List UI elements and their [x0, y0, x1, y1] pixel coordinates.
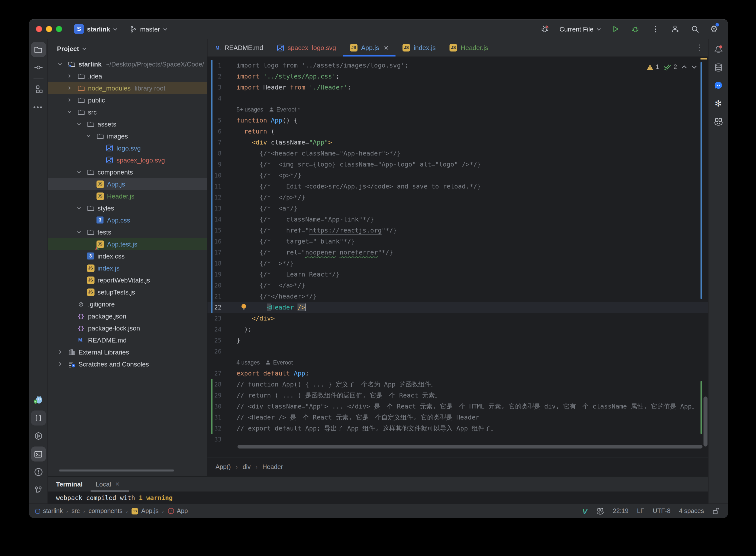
code-line-22[interactable]: 22 <Header /> [207, 302, 708, 313]
notifications-bell-icon[interactable] [711, 42, 726, 57]
code-line-20[interactable]: 20 {/* </a>*/} [207, 280, 708, 291]
code-line-18[interactable]: 18 {/* >*/} [207, 258, 708, 269]
project-panel-header[interactable]: Project [48, 39, 207, 58]
tree-row-spacex-logo-svg[interactable]: spacex_logo.svg [48, 154, 207, 166]
clock-widget[interactable]: 22:19 [613, 508, 628, 515]
terminal-panel-title[interactable]: Terminal [56, 480, 82, 488]
code-line-11[interactable]: 11 {/* Edit <code>src/App.js</code> and … [207, 181, 708, 192]
project-widget[interactable]: S starlink [74, 24, 118, 34]
chevron-down-icon[interactable] [68, 110, 71, 114]
chevron-right-icon[interactable] [58, 350, 62, 354]
code-line-1[interactable]: 1import logo from '../assets/images/logo… [207, 60, 708, 71]
chevron-down-icon[interactable] [77, 170, 81, 174]
horizontal-scrollbar-thumb[interactable] [238, 445, 702, 449]
code-line-15[interactable]: 15 {/* href="https://reactjs.org"*/} [207, 225, 708, 236]
tab-index-js[interactable]: JSindex.js [396, 39, 443, 57]
code-line-13[interactable]: 13 {/* <a*/} [207, 203, 708, 214]
code-viewport[interactable]: 1import logo from '../assets/images/logo… [207, 57, 708, 448]
code-line-9[interactable]: 9 {/* <img src={logo} className="App-log… [207, 159, 708, 170]
status-breadcrumb-item[interactable]: starlink [35, 508, 63, 515]
tree-row-images[interactable]: images [48, 130, 207, 142]
code-line-17[interactable]: 17 {/* rel="noopener noreferrer"*/} [207, 247, 708, 258]
inspections-widget[interactable]: 1 2 [644, 62, 700, 72]
chevron-down-icon[interactable] [87, 134, 91, 138]
git-branch-widget[interactable]: master [130, 25, 168, 33]
code-line-29[interactable]: 29// return ( ... ) 是函数组件的返回值, 它是一个 Reac… [207, 390, 708, 401]
code-line-12[interactable]: 12 {/* </p>*/} [207, 192, 708, 203]
code-line-28[interactable]: 28// function App() { ... } 定义了一个名为 App … [207, 379, 708, 390]
tree-row-app-test-js[interactable]: JSApp.test.js [48, 238, 207, 250]
status-breadcrumb-item[interactable]: fApp [167, 508, 188, 515]
chevron-right-icon[interactable] [58, 362, 62, 366]
close-tab-icon[interactable]: ✕ [384, 44, 389, 51]
lock-open-icon[interactable] [713, 508, 719, 515]
code-line-27[interactable]: 27export default App; [207, 368, 708, 379]
debug-button[interactable] [630, 24, 641, 35]
structure-tool-button[interactable] [31, 81, 46, 97]
code-line-24[interactable]: 24 ); [207, 324, 708, 335]
tree-row-tests[interactable]: tests [48, 226, 207, 238]
more-actions-icon[interactable]: ⋮ [650, 24, 661, 35]
code-line-32[interactable]: 32// export default App; 导出了 App 组件, 这样其… [207, 423, 708, 434]
chevron-right-icon[interactable] [68, 98, 71, 102]
code-line-26[interactable]: 26 [207, 346, 708, 357]
close-terminal-tab-icon[interactable]: ✕ [115, 481, 120, 487]
code-line-2[interactable]: 2import '../styles/App.css'; [207, 71, 708, 82]
tree-row-index-css[interactable]: 3index.css [48, 250, 207, 262]
services-tool-button[interactable] [31, 428, 46, 444]
code-line-8[interactable]: 8 {/*<header className="App-header">*/} [207, 148, 708, 159]
code-line-5[interactable]: 5function App() { [207, 115, 708, 126]
encoding-widget[interactable]: UTF-8 [653, 508, 671, 515]
code-line-7[interactable]: 7 <div className="App"> [207, 137, 708, 148]
next-problem-icon[interactable] [691, 65, 697, 69]
tree-row-scratches-and-consoles[interactable]: Scratches and Consoles [48, 358, 207, 370]
tree-row-external-libraries[interactable]: External Libraries [48, 346, 207, 358]
tree-row-node-modules[interactable]: node_moduleslibrary root [48, 82, 207, 94]
tree-row-public[interactable]: public [48, 94, 207, 106]
chevron-down-icon[interactable] [58, 62, 62, 66]
status-breadcrumb-item[interactable]: src [71, 508, 80, 515]
run-config-selector[interactable]: Current File [559, 25, 601, 33]
v-plugin-icon[interactable]: V [582, 507, 587, 515]
tab-readme-md[interactable]: M↓README.md [208, 39, 270, 57]
database-tool-button[interactable] [711, 60, 726, 75]
tree-row-styles[interactable]: styles [48, 202, 207, 214]
tab-spacex-logo-svg[interactable]: spacex_logo.svg [270, 39, 343, 57]
terminal-tool-button[interactable] [31, 447, 46, 461]
chevron-down-icon[interactable] [77, 122, 81, 126]
code-line-10[interactable]: 10 {/* <p>*/} [207, 170, 708, 181]
tab-app-js[interactable]: JSApp.js✕ [343, 39, 396, 57]
indent-widget[interactable]: 4 spaces [679, 508, 704, 515]
breadcrumb-item[interactable]: Header [263, 463, 283, 470]
tab-header-js[interactable]: JSHeader.js [443, 39, 495, 57]
search-icon[interactable] [690, 24, 701, 35]
tree-row-setuptests-js[interactable]: JSsetupTests.js [48, 286, 207, 298]
breadcrumb-item[interactable]: App() [215, 463, 231, 470]
tree-row--gitignore[interactable]: ⊘.gitignore [48, 298, 207, 310]
code-line-30[interactable]: 30// <div className="App"> ... </div> 是一… [207, 401, 708, 412]
tree-row--idea[interactable]: .idea [48, 70, 207, 82]
chevron-right-icon[interactable] [68, 74, 71, 78]
breadcrumb-item[interactable]: div [243, 463, 251, 470]
line-ending-widget[interactable]: LF [637, 508, 644, 515]
tree-row-src[interactable]: src [48, 106, 207, 118]
tree-row-index-js[interactable]: JSindex.js [48, 262, 207, 274]
code-line-23[interactable]: 23 </div> [207, 313, 708, 324]
code-line-25[interactable]: 25} [207, 335, 708, 346]
status-breadcrumb-item[interactable]: JSApp.js [131, 507, 159, 515]
code-line-21[interactable]: 21 {/*</header>*/} [207, 291, 708, 302]
copilot-status-icon[interactable] [596, 507, 604, 515]
chevron-down-icon[interactable] [77, 206, 81, 210]
project-tool-button[interactable] [31, 42, 46, 57]
tree-row-app-css[interactable]: 3App.css [48, 214, 207, 226]
openai-chatgpt-icon[interactable]: ✻ [711, 96, 726, 111]
commit-tool-button[interactable] [31, 60, 46, 75]
vertical-scrollbar-thumb[interactable] [703, 396, 708, 447]
tree-row-readme-md[interactable]: M↓README.md [48, 334, 207, 346]
problems-tool-button[interactable] [31, 464, 46, 480]
terminal-tab-local[interactable]: Local ✕ [96, 480, 120, 488]
plugin-mascot-icon[interactable] [31, 392, 46, 408]
chevron-right-icon[interactable] [68, 86, 71, 90]
status-breadcrumb-item[interactable]: components [89, 508, 123, 515]
code-line-33[interactable]: 33 [207, 434, 708, 445]
